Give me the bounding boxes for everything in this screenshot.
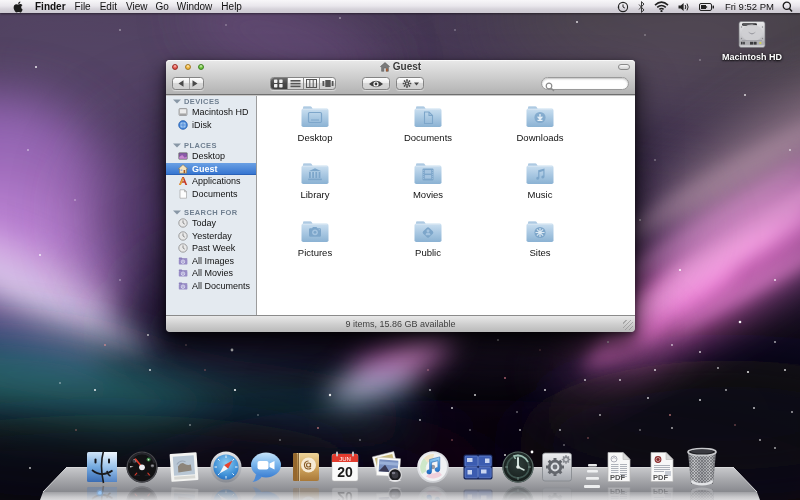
svg-text:JUN: JUN [339, 456, 351, 462]
svg-text:PDF: PDF [610, 473, 625, 482]
svg-text:PDF: PDF [653, 473, 668, 482]
svg-text:20: 20 [337, 464, 353, 480]
